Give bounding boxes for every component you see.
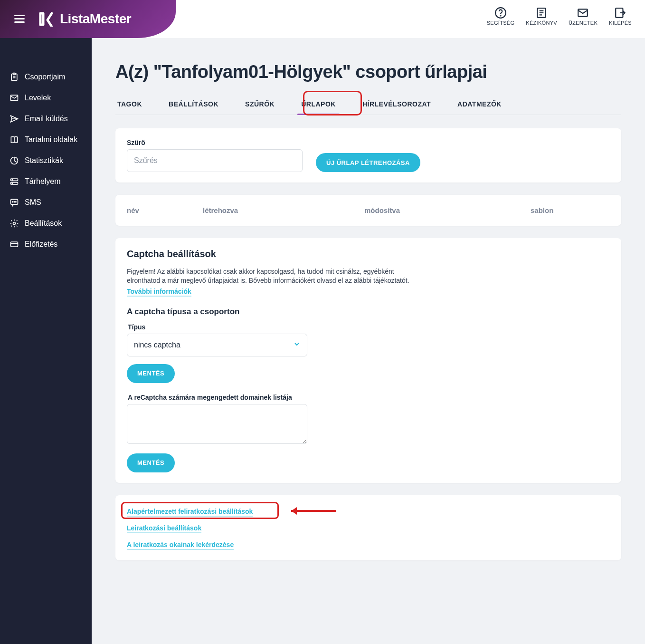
topbar: ListaMester SEGÍTSÉG KÉZIKÖNYV ÜZENETEK … [0,0,645,38]
tab-szurok[interactable]: SZŰRŐK [245,94,275,115]
svg-point-12 [12,183,12,183]
sidebar-item-email-send[interactable]: Email küldés [0,108,92,129]
th-template: sablon [531,206,610,214]
subscription-icon [9,240,19,249]
sidebar-item-label: Tartalmi oldalak [25,135,77,144]
svg-rect-18 [11,242,18,247]
logout-button[interactable]: KILÉPÉS [609,7,632,26]
topbar-item-label: ÜZENETEK [569,20,598,26]
sidebar-item-label: Csoportjaim [25,73,65,81]
envelope-icon [9,93,19,103]
sidebar-item-letters[interactable]: Levelek [0,87,92,108]
topbar-item-label: KÉZIKÖNYV [526,20,557,26]
svg-point-16 [16,202,17,202]
main-content: A(z) "Tanfolyam01-Hölgyek" csoport űrlap… [92,38,645,644]
topbar-brand-area: ListaMester [0,0,176,38]
tabs: TAGOK BEÁLLÍTÁSOK SZŰRŐK ŰRLAPOK HÍRLEVÉ… [115,94,621,115]
sidebar-item-label: Levelek [25,94,51,102]
unsubscribe-reasons-link[interactable]: A leiratkozás okainak lekérdezése [127,541,234,550]
stats-icon [9,156,19,165]
captcha-description: Figyelem! Az alábbi kapcsolókat csak akk… [127,267,421,285]
captcha-title: Captcha beállítások [127,249,610,260]
tab-hirlevelsorozat[interactable]: HÍRLEVÉLSOROZAT [362,94,431,115]
page-title: A(z) "Tanfolyam01-Hölgyek" csoport űrlap… [115,62,621,82]
captcha-subtitle: A captcha típusa a csoporton [127,307,610,317]
sms-icon [9,198,19,207]
filter-card: Szűrő ÚJ ŰRLAP LÉTREHOZÁSA [115,128,621,183]
brand-name: ListaMester [60,11,131,27]
hamburger-icon[interactable] [14,15,25,23]
help-button[interactable]: SEGÍTSÉG [487,7,515,26]
filter-label: Szűrő [127,139,303,146]
sidebar-item-settings[interactable]: Beállítások [0,213,92,234]
captcha-type-label: Típus [128,323,610,331]
topbar-item-label: SEGÍTSÉG [487,20,515,26]
clipboard-icon [9,72,19,82]
captcha-domains-save-button[interactable]: MENTÉS [127,453,175,472]
brand-logo-icon [39,11,56,27]
captcha-domains-textarea[interactable] [127,404,307,444]
th-name: név [127,206,203,214]
captcha-domains-label: A reCaptcha számára megengedett domainek… [128,394,610,401]
sidebar-item-label: Email küldés [25,115,68,123]
captcha-more-info-link[interactable]: További információk [127,288,191,297]
sidebar-item-label: Statisztikák [25,156,63,165]
unsubscribe-settings-link[interactable]: Leiratkozási beállítások [127,524,201,533]
svg-point-15 [14,202,15,202]
brand[interactable]: ListaMester [39,11,131,27]
new-form-button[interactable]: ÚJ ŰRLAP LÉTREHOZÁSA [316,153,420,172]
manual-icon [535,7,548,19]
sidebar-item-groups[interactable]: Csoportjaim [0,67,92,87]
th-modified: módosítva [364,206,531,214]
tab-tagok[interactable]: TAGOK [117,94,142,115]
sidebar-item-content-pages[interactable]: Tartalmi oldalak [0,129,92,150]
filter-input[interactable] [127,149,303,172]
messages-icon [577,7,589,19]
book-icon [9,135,19,144]
tab-adatmezok[interactable]: ADATMEZŐK [457,94,502,115]
sidebar-item-storage[interactable]: Tárhelyem [0,171,92,192]
settings-links-card: Alapértelmezett feliratkozási beállításo… [115,495,621,560]
logout-icon [614,7,626,19]
manual-button[interactable]: KÉZIKÖNYV [526,7,557,26]
svg-point-17 [13,222,16,225]
topbar-actions: SEGÍTSÉG KÉZIKÖNYV ÜZENETEK KILÉPÉS [176,0,645,26]
svg-point-14 [12,202,13,202]
gear-icon [9,219,19,228]
storage-icon [9,177,19,186]
sidebar-item-subscription[interactable]: Előfizetés [0,234,92,255]
svg-point-11 [12,180,12,180]
help-icon [494,7,507,19]
tab-beallitasok[interactable]: BEÁLLÍTÁSOK [169,94,218,115]
sidebar-item-label: Előfizetés [25,240,57,249]
send-icon [9,114,19,124]
sidebar-item-label: Tárhelyem [25,177,61,186]
sidebar: Csoportjaim Levelek Email küldés Tartalm… [0,38,92,644]
sidebar-item-label: Beállítások [25,219,62,228]
default-subscribe-settings-link[interactable]: Alapértelmezett feliratkozási beállításo… [127,508,253,517]
tab-urlapok[interactable]: ŰRLAPOK [301,94,336,115]
captcha-type-select[interactable]: nincs captcha [127,334,307,356]
sidebar-item-statistics[interactable]: Statisztikák [0,150,92,171]
captcha-type-save-button[interactable]: MENTÉS [127,364,175,383]
captcha-card: Captcha beállítások Figyelem! Az alábbi … [115,238,621,483]
forms-table-header: név létrehozva módosítva sablon [115,195,621,226]
topbar-item-label: KILÉPÉS [609,20,632,26]
sidebar-item-sms[interactable]: SMS [0,192,92,213]
svg-point-1 [500,15,501,16]
messages-button[interactable]: ÜZENETEK [569,7,598,26]
sidebar-item-label: SMS [25,198,41,207]
th-created: létrehozva [203,206,364,214]
